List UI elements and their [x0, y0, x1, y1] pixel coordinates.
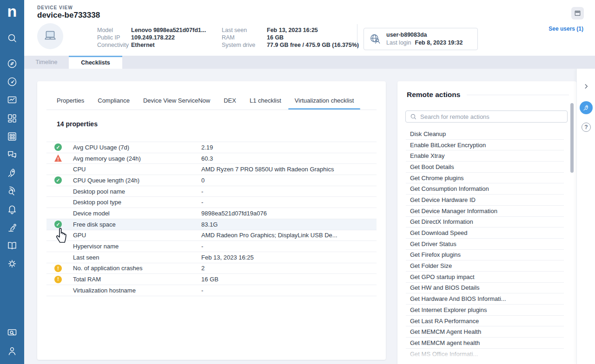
table-row[interactable]: ✓ CPU Queue length (24h) 0	[46, 175, 377, 186]
remote-action-item[interactable]: Get Folder Size	[406, 260, 564, 272]
remote-action-item[interactable]: Get HW and BIOS Details	[406, 283, 564, 294]
check-circle-icon: ✓	[54, 176, 62, 184]
laptop-icon	[43, 29, 58, 43]
property-value: Feb 13, 2023 16:25	[201, 254, 254, 261]
tab-checklists[interactable]: Checklists	[69, 56, 122, 69]
remote-action-item[interactable]: Enable BitLocker Encryption	[406, 140, 564, 151]
field-value: Ethernet	[131, 41, 155, 49]
table-row[interactable]: ! Total RAM 16 GB	[46, 274, 377, 285]
table-row[interactable]: Hypervisor name -	[46, 241, 377, 252]
table-row[interactable]: Virtualization hostname -	[46, 285, 377, 296]
header-divider	[357, 24, 357, 49]
book-icon[interactable]	[7, 240, 18, 251]
remote-action-item[interactable]: Get Device Manager Information	[406, 206, 564, 217]
scrollbar-thumb[interactable]	[570, 103, 574, 173]
checklist-tab[interactable]: L1 checklist	[250, 93, 281, 110]
field-value: 77.9 GB free / 475.9 GB (16.375%)	[267, 41, 359, 49]
remote-action-item[interactable]: Get Last RA Performance	[406, 316, 564, 327]
tabbar-divider	[46, 110, 377, 110]
library-board-icon[interactable]	[7, 131, 18, 142]
property-value: 9898ea521d07fd19a076	[201, 210, 267, 217]
checklist-tab[interactable]: Device View ServiceNow	[143, 93, 210, 110]
property-label: Last seen	[73, 254, 201, 261]
header: DEVICE VIEW device-be733338 ModelLenovo …	[24, 0, 595, 56]
layout-panel-button[interactable]	[571, 7, 584, 20]
robot-arm-icon[interactable]	[7, 222, 18, 233]
title-divider	[467, 95, 569, 95]
field-label: Last seen	[222, 26, 267, 34]
rocket-icon	[582, 104, 590, 111]
top-tabstrip: Timeline Checklists	[24, 56, 595, 69]
table-row[interactable]: Desktop pool name -	[46, 186, 377, 197]
search-input[interactable]	[420, 113, 567, 120]
table-row[interactable]: ! Avg memory usage (24h) 60.3	[46, 153, 377, 164]
see-users-link[interactable]: See users (1)	[549, 26, 583, 32]
remote-action-item[interactable]: Get Download Speed	[406, 228, 564, 239]
remote-action-item[interactable]: Get Boot Details	[406, 162, 564, 173]
screen-search-icon[interactable]	[7, 327, 18, 338]
property-label: GPU	[73, 232, 201, 239]
compass-icon[interactable]	[7, 58, 18, 69]
gear-icon[interactable]	[7, 258, 18, 269]
table-row[interactable]: CPU AMD Ryzen 7 PRO 5850U with Radeon Gr…	[46, 164, 377, 175]
remote-action-item[interactable]: Get Chrome plugins	[406, 173, 564, 184]
status-icon-cell: ✓	[54, 221, 62, 228]
table-row[interactable]: Last seen Feb 13, 2023 16:25	[46, 252, 377, 263]
remote-action-item[interactable]: Get Firefox plugins	[406, 250, 564, 261]
table-row[interactable]: ✓ Avg CPU Usage (7d) 2.19	[46, 142, 377, 153]
field-value: Feb 13, 2023 16:25	[267, 26, 318, 34]
remote-action-item[interactable]: Enable Xtray	[406, 150, 564, 162]
bell-icon[interactable]	[7, 203, 18, 214]
field-label: Public IP	[97, 34, 131, 41]
status-icon-cell: ✓	[54, 176, 62, 184]
search-icon[interactable]	[7, 32, 18, 44]
checklist-tab[interactable]: Compliance	[98, 93, 130, 110]
diagnostics-scan-icon[interactable]	[7, 185, 18, 196]
collapse-chevron-icon[interactable]	[583, 83, 589, 91]
field-value: 109.249.178.222	[131, 34, 175, 41]
table-row[interactable]: Device model 9898ea521d07fd19a076	[46, 208, 377, 219]
property-value: AMD Radeon Pro Graphics; DisplayLink USB…	[201, 232, 337, 239]
sidebar: n	[0, 0, 24, 364]
table-row[interactable]: Desktop pool type -	[46, 197, 377, 208]
rocket-icon[interactable]	[7, 167, 18, 178]
remote-action-item[interactable]: Get MEMCM agent health	[406, 338, 564, 349]
properties-count: 14 properties	[57, 120, 98, 128]
checklist-tab[interactable]: Properties	[57, 93, 84, 110]
remote-action-item[interactable]: Get Consumption Information	[406, 183, 564, 195]
table-row[interactable]: GPU AMD Radeon Pro Graphics; DisplayLink…	[46, 230, 377, 241]
profile-icon[interactable]	[7, 345, 18, 357]
tab-timeline[interactable]: Timeline	[24, 56, 69, 69]
table-row[interactable]: ✓ Free disk space 83.1G	[46, 219, 377, 230]
user-name: user-b89083da	[386, 31, 463, 39]
warning-circle-icon: !	[54, 265, 62, 272]
property-value: -	[201, 199, 203, 206]
help-button[interactable]: ?	[582, 123, 591, 132]
chart-box-icon[interactable]	[7, 94, 18, 105]
remote-actions-search[interactable]	[405, 110, 568, 123]
remote-action-item[interactable]: Get Device Hardware ID	[406, 195, 564, 206]
remote-action-item[interactable]: Get Internet Explorer plugins	[406, 305, 564, 316]
remote-actions-rocket-button[interactable]	[580, 101, 593, 114]
chat-bubbles-icon[interactable]	[7, 149, 18, 160]
table-row[interactable]: ! No. of application crashes 2	[46, 263, 377, 274]
user-card[interactable]: user-b89083da Last login Feb 8, 2023 19:…	[364, 28, 478, 50]
remote-action-item[interactable]: Get Hardware And BIOS Informati...	[406, 293, 564, 305]
checklist-tab[interactable]: Virtualization checklist	[295, 93, 354, 110]
gauge-icon[interactable]	[7, 76, 18, 87]
remote-action-item[interactable]: Get MEMCM Agent Health	[406, 326, 564, 338]
remote-action-item[interactable]: Get DirectX Information	[406, 217, 564, 228]
checklist-card: PropertiesComplianceDevice View ServiceN…	[37, 81, 386, 360]
property-value: 60.3	[201, 155, 213, 162]
remote-action-item[interactable]: Get MS Office Informati...	[406, 349, 564, 360]
property-value: -	[201, 243, 203, 250]
remote-action-item[interactable]: Get Driver Status	[406, 239, 564, 250]
checklist-tab[interactable]: DEX	[224, 93, 236, 110]
property-label: Free disk space	[73, 221, 201, 228]
remote-action-item[interactable]: Disk Cleanup	[406, 129, 564, 140]
alert-triangle-icon: !	[54, 155, 62, 162]
dashboard-grid-icon[interactable]	[7, 113, 18, 124]
status-icon-cell: ✓	[54, 143, 62, 151]
remote-action-item[interactable]: Get GPO startup impact	[406, 272, 564, 283]
remote-actions-list: Disk CleanupEnable BitLocker EncryptionE…	[397, 129, 571, 359]
